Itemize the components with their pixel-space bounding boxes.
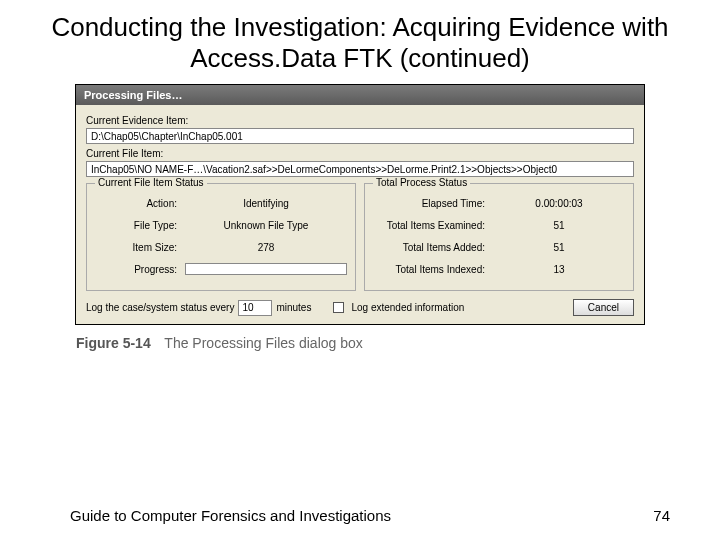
log-interval-prefix: Log the case/system status every [86, 302, 234, 313]
items-examined-label: Total Items Examined: [373, 220, 493, 231]
action-label: Action: [95, 198, 185, 209]
file-item-label: Current File Item: [86, 148, 634, 159]
items-added-label: Total Items Added: [373, 242, 493, 253]
figure-text: The Processing Files dialog box [164, 335, 362, 351]
processing-files-dialog: Processing Files… Current Evidence Item:… [75, 84, 645, 325]
log-extended-label: Log extended information [351, 302, 464, 313]
total-process-status-group: Total Process Status Elapsed Time: 0.00:… [364, 183, 634, 291]
progress-label: Progress: [95, 264, 185, 275]
progress-bar [185, 263, 347, 275]
elapsed-time-value: 0.00:00:03 [493, 196, 625, 211]
item-size-label: Item Size: [95, 242, 185, 253]
log-interval-input[interactable]: 10 [238, 300, 272, 316]
footer-text: Guide to Computer Forensics and Investig… [70, 507, 391, 524]
items-added-value: 51 [493, 240, 625, 255]
items-examined-value: 51 [493, 218, 625, 233]
elapsed-time-label: Elapsed Time: [373, 198, 493, 209]
page-number: 74 [653, 507, 670, 524]
items-indexed-label: Total Items Indexed: [373, 264, 493, 275]
action-value: Identifying [185, 196, 347, 211]
dialog-titlebar: Processing Files… [76, 85, 644, 105]
total-process-status-legend: Total Process Status [373, 177, 470, 188]
file-item-value: InChap05\NO NAME-F…\Vacation2.saf>>DeLor… [86, 161, 634, 177]
file-type-value: Unknown File Type [185, 218, 347, 233]
evidence-item-label: Current Evidence Item: [86, 115, 634, 126]
items-indexed-value: 13 [493, 262, 625, 277]
figure-caption: Figure 5-14 The Processing Files dialog … [76, 335, 720, 351]
item-size-value: 278 [185, 240, 347, 255]
evidence-item-value: D:\Chap05\Chapter\InChap05.001 [86, 128, 634, 144]
dialog-body: Current Evidence Item: D:\Chap05\Chapter… [76, 105, 644, 324]
slide-title: Conducting the Investigation: Acquiring … [40, 12, 680, 74]
log-extended-checkbox[interactable] [333, 302, 344, 313]
file-type-label: File Type: [95, 220, 185, 231]
figure-number: Figure 5-14 [76, 335, 151, 351]
current-file-status-group: Current File Item Status Action: Identif… [86, 183, 356, 291]
cancel-button[interactable]: Cancel [573, 299, 634, 316]
current-file-status-legend: Current File Item Status [95, 177, 207, 188]
log-interval-suffix: minutes [276, 302, 311, 313]
